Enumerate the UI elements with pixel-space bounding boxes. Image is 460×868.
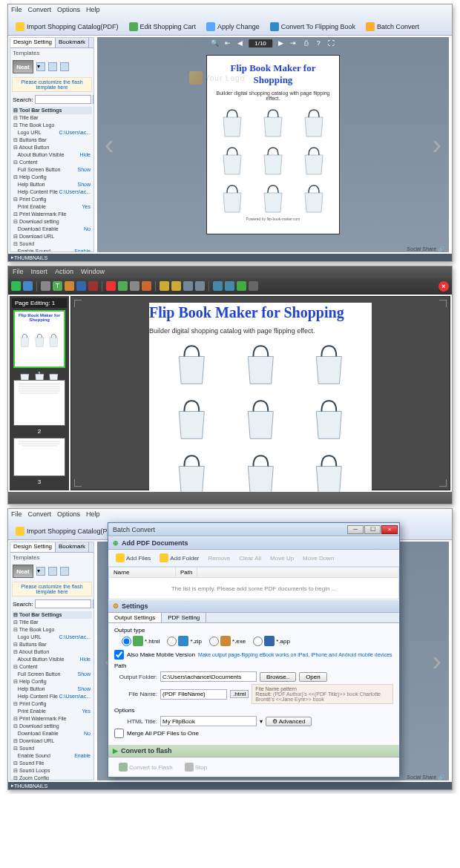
- menu-options-3[interactable]: Options: [57, 510, 80, 521]
- print-icon[interactable]: ⎙: [302, 39, 310, 47]
- menu-file[interactable]: File: [11, 6, 22, 16]
- video-icon[interactable]: [106, 281, 116, 291]
- select-icon[interactable]: [41, 281, 50, 291]
- next-page-icon[interactable]: ▶: [277, 39, 285, 47]
- stop-button[interactable]: Stop: [182, 762, 210, 772]
- tab-bookmark[interactable]: Bookmark: [56, 38, 89, 47]
- plus-icon[interactable]: ⊕: [113, 539, 119, 547]
- minimize-icon[interactable]: ─: [347, 525, 364, 534]
- editor-canvas[interactable]: Flip Book Maker for Shopping Builder dig…: [70, 296, 450, 490]
- output-opt-1[interactable]: *.zip: [167, 636, 202, 646]
- convert-button[interactable]: Convert To Flipping Book: [266, 20, 360, 33]
- last-page-icon[interactable]: ⇥: [289, 39, 298, 47]
- convert-flash-button[interactable]: Convert to Flash: [116, 762, 176, 772]
- swf-icon[interactable]: [118, 281, 128, 291]
- tab-output[interactable]: Output Settings: [108, 613, 162, 622]
- social-share-3[interactable]: Social Share 🔗: [407, 775, 444, 780]
- copy-icon[interactable]: [160, 281, 169, 291]
- merge-checkbox[interactable]: [114, 729, 124, 738]
- output-opt-0[interactable]: *.html: [122, 636, 160, 646]
- nav-prev-arrow[interactable]: ‹: [105, 129, 114, 161]
- zoom-in-icon[interactable]: [213, 281, 223, 291]
- apply-button[interactable]: Apply Change: [202, 20, 264, 33]
- filename-input[interactable]: [160, 689, 227, 700]
- import-button-3[interactable]: Import Shopping Catalog(PDF): [11, 525, 123, 538]
- menu-options[interactable]: Options: [57, 6, 80, 16]
- template-selector-3[interactable]: Neat: [13, 565, 33, 578]
- settings-tree[interactable]: ⊟ Tool Bar Settings⊟ Title Bar⊟ The Book…: [10, 105, 93, 252]
- nav-next-3[interactable]: ›: [432, 645, 441, 677]
- zoom-out-icon[interactable]: [225, 281, 234, 291]
- open-button[interactable]: Open: [299, 672, 327, 682]
- template-dropdown[interactable]: ▾: [36, 62, 45, 71]
- menu-help-3[interactable]: Help: [86, 510, 100, 521]
- close-editor-icon[interactable]: ×: [438, 281, 449, 292]
- search-go-icon[interactable]: [93, 95, 94, 104]
- tab-pdf[interactable]: PDF Setting: [162, 613, 206, 622]
- first-page-icon[interactable]: ⇤: [223, 39, 231, 47]
- remove-button[interactable]: Remove: [206, 553, 234, 563]
- ed-menu-file[interactable]: File: [13, 268, 24, 277]
- mobile-checkbox[interactable]: [114, 650, 124, 660]
- zoom-icon[interactable]: 🔍: [211, 39, 219, 47]
- prev-page-icon[interactable]: ◀: [236, 39, 244, 47]
- thumb-page-2[interactable]: [13, 380, 65, 426]
- thumb-page-3[interactable]: [13, 438, 65, 476]
- ed-menu-insert[interactable]: Insert: [31, 268, 48, 277]
- apply-all-icon[interactable]: [183, 281, 193, 291]
- text-icon[interactable]: T: [53, 281, 62, 291]
- template-save-icon[interactable]: [60, 62, 69, 71]
- search-input-3[interactable]: [35, 599, 91, 608]
- thumbnail-strip[interactable]: ▸ THUMBNAILS: [8, 254, 452, 261]
- customize-link[interactable]: Please customize the flash template here: [12, 77, 92, 92]
- template-selector[interactable]: Neat: [13, 60, 33, 73]
- add-files-button[interactable]: Add Files: [113, 553, 154, 563]
- save-icon[interactable]: [11, 281, 21, 291]
- social-share[interactable]: Social Share 🔗: [407, 246, 444, 252]
- sound-icon[interactable]: [130, 281, 139, 291]
- save-exit-icon[interactable]: [23, 281, 33, 291]
- menu-convert-3[interactable]: Convert: [28, 510, 52, 521]
- add-folder-button[interactable]: Add Folder: [157, 553, 202, 563]
- advanced-button[interactable]: ⚙ Advanced: [266, 717, 312, 726]
- close-icon[interactable]: ×: [381, 525, 398, 534]
- clear-button[interactable]: Clear All: [236, 553, 264, 563]
- movedown-button[interactable]: Move Down: [300, 553, 337, 563]
- hotspot-icon[interactable]: [88, 281, 98, 291]
- help-icon[interactable]: ?: [315, 39, 323, 47]
- search-input[interactable]: [35, 95, 91, 104]
- thumb-page-1[interactable]: Flip Book Maker for Shopping: [13, 310, 65, 368]
- cart-button[interactable]: Edit Shopping Cart: [125, 20, 201, 33]
- moveup-button[interactable]: Move Up: [267, 553, 297, 563]
- settings-tree-3[interactable]: ⊟ Tool Bar Settings⊟ Title Bar⊟ The Book…: [10, 610, 93, 780]
- browse-button[interactable]: Browse..: [260, 672, 296, 682]
- menu-convert[interactable]: Convert: [28, 6, 52, 16]
- import-button[interactable]: Import Shopping Catalog(PDF): [11, 20, 123, 33]
- fullscreen-icon[interactable]: ⛶: [327, 39, 335, 47]
- button-icon[interactable]: [142, 281, 151, 291]
- output-opt-3[interactable]: *.app: [253, 636, 290, 646]
- output-folder-input[interactable]: [160, 671, 257, 682]
- batch-button[interactable]: Batch Convert: [361, 20, 424, 33]
- ed-menu-action[interactable]: Action: [55, 268, 73, 277]
- tab-bookmark-3[interactable]: Bookmark: [56, 542, 89, 552]
- customize-link-3[interactable]: Please customize the flash template here: [12, 582, 92, 596]
- zoom-fit-icon[interactable]: [237, 281, 246, 291]
- tab-design-3[interactable]: Design Setting: [10, 542, 56, 552]
- thumbnail-strip-3[interactable]: ▸ THUMBNAILS: [8, 782, 452, 789]
- shape-icon[interactable]: [76, 281, 86, 291]
- grid-icon[interactable]: [249, 281, 258, 291]
- maximize-icon[interactable]: ☐: [364, 525, 381, 534]
- paste-icon[interactable]: [171, 281, 181, 291]
- delete-icon[interactable]: [195, 281, 205, 291]
- tab-design[interactable]: Design Setting: [10, 38, 56, 47]
- nav-next-arrow[interactable]: ›: [432, 129, 441, 161]
- ed-menu-window[interactable]: Window: [81, 268, 105, 277]
- menu-file-3[interactable]: File: [11, 510, 22, 521]
- template-dropdown-3[interactable]: ▾: [36, 567, 45, 576]
- image-icon[interactable]: [65, 281, 74, 291]
- menu-help[interactable]: Help: [86, 6, 100, 16]
- output-opt-2[interactable]: *.exe: [209, 636, 246, 646]
- html-title-input[interactable]: [160, 716, 257, 726]
- template-refresh-icon[interactable]: [48, 62, 57, 71]
